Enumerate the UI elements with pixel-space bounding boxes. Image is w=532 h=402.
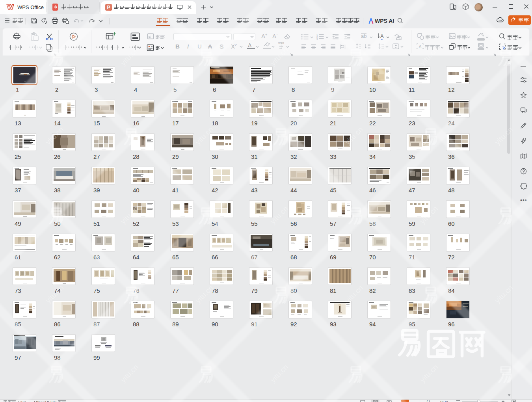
svg-text:yitu.cn: yitu.cn: [269, 363, 290, 384]
svg-text:yitu.cn: yitu.cn: [119, 363, 140, 384]
svg-text:A: A: [419, 45, 422, 49]
svg-text:P: P: [107, 5, 110, 10]
svg-text:A: A: [380, 33, 384, 39]
svg-text:yitu.cn: yitu.cn: [419, 363, 440, 384]
svg-text:3: 3: [316, 38, 318, 40]
